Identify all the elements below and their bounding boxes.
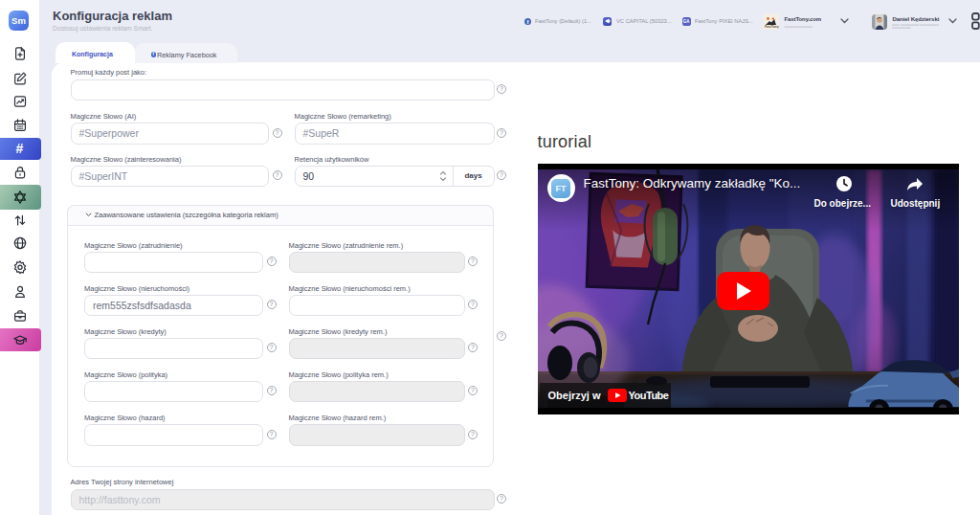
svg-text:FastTony: FastTony xyxy=(765,25,779,29)
